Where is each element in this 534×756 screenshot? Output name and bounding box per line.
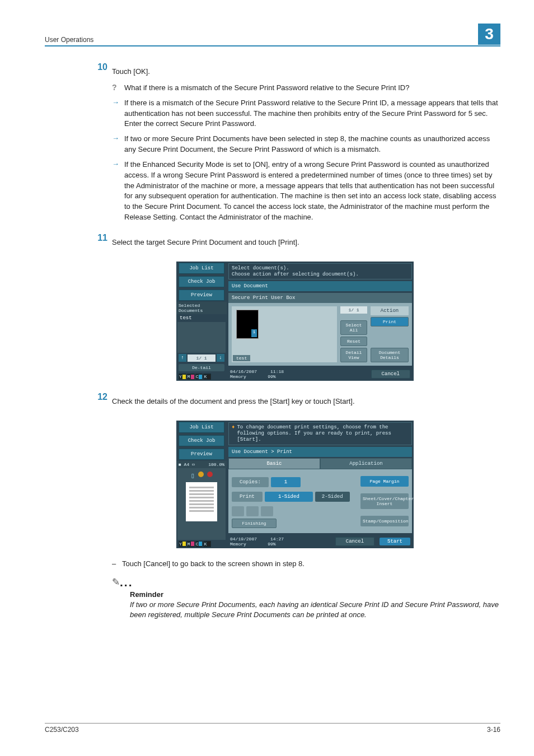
up-arrow-icon[interactable]: ↑ xyxy=(179,354,186,362)
footer-page: 3-16 xyxy=(487,726,500,734)
step-12: 12 Check the details of the document and… xyxy=(90,392,500,413)
info-icon: ♦ xyxy=(232,424,235,442)
selected-documents-label: Selected Documents xyxy=(176,302,227,314)
left-spacer xyxy=(177,526,226,539)
toner-levels: Y M C K xyxy=(176,540,227,548)
stamp-button[interactable]: Stamp/Composition xyxy=(360,516,409,526)
chapter-number: 3 xyxy=(478,24,500,45)
preview-button[interactable]: Preview xyxy=(179,449,224,460)
page-header: User Operations 3 xyxy=(45,22,500,46)
ellipsis-icon: ... xyxy=(120,576,133,589)
sheet-cover-button[interactable]: Sheet/Cover/Chapter Insert xyxy=(360,493,409,509)
tab-secure-print[interactable]: Secure Print User Box xyxy=(228,293,412,303)
step-number: 10 xyxy=(90,62,112,227)
note-icon: ✎ xyxy=(112,577,120,587)
screenshot-print-settings: Job List Check Job Preview ■ A4 ▭100.0% … xyxy=(90,421,500,548)
collate-icon xyxy=(232,506,244,516)
header-section: User Operations xyxy=(45,36,93,44)
step-number: 11 xyxy=(90,233,112,254)
arrow-icon: → xyxy=(112,98,124,130)
thumb-label: test xyxy=(233,355,250,361)
answer-row: → If two or more Secure Print Documents … xyxy=(112,134,500,155)
reminder-block: ✎... Reminder If two or more Secure Prin… xyxy=(112,576,500,621)
action-header: Action xyxy=(371,306,409,315)
thumb-page-number: 1 xyxy=(251,329,257,337)
message-bar: Select document(s). Choose action after … xyxy=(228,263,412,280)
zoom-out-icon[interactable] xyxy=(198,472,204,477)
staple-icon xyxy=(246,506,259,516)
finishing-button[interactable]: Finishing xyxy=(232,519,277,528)
preview-paper xyxy=(186,482,217,521)
screenshot-select-document: Job List Check Job Preview Selected Docu… xyxy=(90,262,500,381)
two-sided-button[interactable]: 2-Sided xyxy=(315,492,350,502)
footer-time: 14:27 xyxy=(270,536,284,542)
copies-label: Copies: xyxy=(232,477,269,487)
document-details-button[interactable]: Document Details xyxy=(371,348,409,362)
message-line-1: Select document(s). xyxy=(232,265,359,272)
answer-text: If there is a mismatch of the Secure Pri… xyxy=(124,98,500,130)
document-pane: 1 test 1/ 1 Select All Reset xyxy=(228,303,412,366)
footer-memory-value: 99% xyxy=(268,542,275,547)
check-job-button[interactable]: Check Job xyxy=(179,435,224,446)
footer-memory-label: Memory xyxy=(230,542,246,547)
question-row: ? What if there is a mismatch of the Sec… xyxy=(112,83,500,94)
toner-levels: Y M C K xyxy=(176,372,227,381)
step-11: 11 Select the target Secure Print Docume… xyxy=(90,233,500,254)
down-arrow-icon[interactable]: ↓ xyxy=(217,354,224,362)
answer-text: If two or more Secure Print Documents ha… xyxy=(124,134,500,155)
page-indicator: 1/ 1 xyxy=(188,354,216,362)
step-number: 12 xyxy=(90,392,112,413)
breadcrumb: Use Document xyxy=(228,281,412,291)
cancel-button[interactable]: Cancel xyxy=(335,537,374,546)
footer-date: 04/16/2007 xyxy=(230,369,257,374)
start-button[interactable]: Start xyxy=(380,538,410,545)
footer-memory-value: 99% xyxy=(268,374,275,379)
print-label: Print xyxy=(232,492,263,502)
answer-row: → If the Enhanced Security Mode is set t… xyxy=(112,160,500,223)
preview-button[interactable]: Preview xyxy=(179,290,224,301)
punch-icon xyxy=(261,506,273,516)
step-text: Check the details of the document and pr… xyxy=(112,396,500,407)
arrow-icon: → xyxy=(112,160,124,223)
note-dash: – Touch [Cancel] to go back to the scree… xyxy=(112,559,500,568)
reset-button[interactable]: Reset xyxy=(340,337,367,346)
paper-info-bar: ■ A4 ▭100.0% xyxy=(176,461,227,468)
reminder-body: If two or more Secure Print Documents, e… xyxy=(130,600,500,621)
job-list-button[interactable]: Job List xyxy=(179,263,224,274)
finishing-icons xyxy=(232,506,357,516)
detail-view-button[interactable]: Detail View xyxy=(340,348,367,362)
answer-text: If the Enhanced Security Mode is set to … xyxy=(124,160,500,223)
page-indicator: 1/ 1 xyxy=(340,306,367,314)
footer-model: C253/C203 xyxy=(45,726,79,734)
breadcrumb: Use Document > Print xyxy=(228,447,412,457)
one-sided-button[interactable]: 1-Sided xyxy=(265,492,313,502)
check-job-button[interactable]: Check Job xyxy=(179,276,224,287)
step-text: Select the target Secure Print Document … xyxy=(112,237,500,248)
arrow-icon: → xyxy=(112,134,124,155)
copies-value[interactable]: 1 xyxy=(271,477,301,487)
selected-list-area xyxy=(177,322,226,353)
job-list-button[interactable]: Job List xyxy=(179,422,224,433)
step-text: Touch [OK]. xyxy=(112,67,500,77)
footer-time: 11:18 xyxy=(270,369,284,374)
page-margin-button[interactable]: Page Margin xyxy=(360,476,409,487)
cancel-button[interactable]: Cancel xyxy=(371,370,410,379)
print-button[interactable]: Print xyxy=(371,317,409,326)
question-icon: ? xyxy=(112,83,124,94)
document-thumbnail[interactable]: 1 xyxy=(236,310,259,339)
note-text: Touch [Cancel] to go back to the screen … xyxy=(122,559,305,568)
message-bar: ♦ To change document print settings, cho… xyxy=(228,422,412,445)
select-all-button[interactable]: Select All xyxy=(340,320,367,335)
page-icon: ▯ xyxy=(190,472,194,480)
thumbnail-area[interactable]: 1 test xyxy=(232,306,337,362)
zoom-in-icon[interactable] xyxy=(207,472,213,477)
screen-footer: 04/19/2007 14:27 Memory 99% Cancel Start xyxy=(227,535,414,548)
answer-row: → If there is a mismatch of the Secure P… xyxy=(112,98,500,130)
step-10: 10 Touch [OK]. ? What if there is a mism… xyxy=(90,62,500,227)
tab-application[interactable]: Application xyxy=(320,458,412,469)
message-text: To change document print settings, choos… xyxy=(237,424,409,442)
dash-icon: – xyxy=(112,559,122,568)
tab-basic[interactable]: Basic xyxy=(228,458,320,469)
preview-pane: ▯ xyxy=(177,468,226,526)
detail-button[interactable]: De-tail xyxy=(179,364,224,371)
